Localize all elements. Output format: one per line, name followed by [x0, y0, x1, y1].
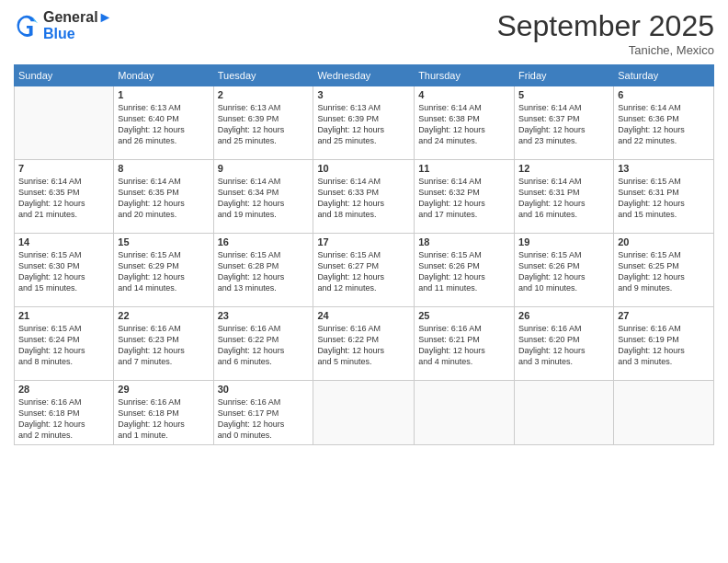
day-info: Sunrise: 6:13 AMSunset: 6:39 PMDaylight:… — [317, 102, 410, 147]
calendar-cell: 4Sunrise: 6:14 AMSunset: 6:38 PMDaylight… — [415, 86, 515, 160]
day-info: Sunrise: 6:16 AMSunset: 6:21 PMDaylight:… — [418, 323, 510, 368]
calendar-cell: 6Sunrise: 6:14 AMSunset: 6:36 PMDaylight… — [614, 86, 714, 160]
calendar-cell: 16Sunrise: 6:15 AMSunset: 6:28 PMDayligh… — [213, 234, 313, 307]
calendar-cell: 22Sunrise: 6:16 AMSunset: 6:23 PMDayligh… — [114, 307, 213, 381]
day-number: 27 — [618, 310, 710, 321]
day-info: Sunrise: 6:16 AMSunset: 6:20 PMDaylight:… — [518, 323, 609, 368]
day-info: Sunrise: 6:15 AMSunset: 6:24 PMDaylight:… — [18, 323, 109, 368]
header: General► Blue September 2025 Taniche, Me… — [14, 9, 714, 57]
calendar-cell: 18Sunrise: 6:15 AMSunset: 6:26 PMDayligh… — [415, 234, 515, 307]
day-info: Sunrise: 6:16 AMSunset: 6:17 PMDaylight:… — [218, 396, 310, 442]
day-number: 26 — [518, 310, 609, 321]
weekday-header: Thursday — [415, 65, 515, 86]
weekday-header: Wednesday — [313, 65, 415, 86]
calendar-cell: 24Sunrise: 6:16 AMSunset: 6:22 PMDayligh… — [313, 307, 415, 381]
calendar-cell: 23Sunrise: 6:16 AMSunset: 6:22 PMDayligh… — [213, 307, 313, 381]
month-title: September 2025 — [496, 9, 714, 43]
day-info: Sunrise: 6:14 AMSunset: 6:37 PMDaylight:… — [518, 102, 609, 147]
day-info: Sunrise: 6:15 AMSunset: 6:29 PMDaylight:… — [118, 249, 209, 294]
weekday-header: Monday — [114, 65, 213, 86]
day-info: Sunrise: 6:15 AMSunset: 6:25 PMDaylight:… — [618, 249, 710, 294]
calendar-cell: 3Sunrise: 6:13 AMSunset: 6:39 PMDaylight… — [313, 86, 415, 160]
day-info: Sunrise: 6:16 AMSunset: 6:18 PMDaylight:… — [118, 396, 209, 442]
day-number: 1 — [118, 89, 209, 100]
calendar-cell — [15, 86, 114, 160]
calendar-cell: 10Sunrise: 6:14 AMSunset: 6:33 PMDayligh… — [313, 160, 415, 234]
weekday-header: Sunday — [15, 65, 114, 86]
day-number: 24 — [317, 310, 410, 321]
calendar-table: SundayMondayTuesdayWednesdayThursdayFrid… — [14, 64, 714, 445]
day-number: 6 — [618, 89, 710, 100]
day-number: 12 — [518, 163, 609, 174]
calendar-cell: 19Sunrise: 6:15 AMSunset: 6:26 PMDayligh… — [515, 234, 614, 307]
calendar-cell: 11Sunrise: 6:14 AMSunset: 6:32 PMDayligh… — [415, 160, 515, 234]
day-info: Sunrise: 6:14 AMSunset: 6:34 PMDaylight:… — [218, 176, 310, 221]
calendar-cell: 27Sunrise: 6:16 AMSunset: 6:19 PMDayligh… — [614, 307, 714, 381]
calendar-cell — [313, 381, 415, 445]
day-number: 30 — [218, 384, 310, 395]
logo-icon — [14, 13, 40, 39]
day-number: 10 — [317, 163, 410, 174]
day-number: 8 — [118, 163, 209, 174]
day-info: Sunrise: 6:13 AMSunset: 6:39 PMDaylight:… — [218, 102, 310, 147]
calendar-cell: 20Sunrise: 6:15 AMSunset: 6:25 PMDayligh… — [614, 234, 714, 307]
day-number: 20 — [618, 236, 710, 247]
day-number: 15 — [118, 236, 209, 247]
day-number: 9 — [218, 163, 310, 174]
page: General► Blue September 2025 Taniche, Me… — [0, 0, 728, 563]
calendar-cell: 1Sunrise: 6:13 AMSunset: 6:40 PMDaylight… — [114, 86, 213, 160]
day-number: 3 — [317, 89, 410, 100]
calendar-cell: 7Sunrise: 6:14 AMSunset: 6:35 PMDaylight… — [15, 160, 114, 234]
calendar-cell: 2Sunrise: 6:13 AMSunset: 6:39 PMDaylight… — [213, 86, 313, 160]
day-number: 18 — [418, 236, 510, 247]
day-number: 5 — [518, 89, 609, 100]
calendar-cell: 13Sunrise: 6:15 AMSunset: 6:31 PMDayligh… — [614, 160, 714, 234]
day-number: 19 — [518, 236, 609, 247]
calendar-cell: 29Sunrise: 6:16 AMSunset: 6:18 PMDayligh… — [114, 381, 213, 445]
day-info: Sunrise: 6:15 AMSunset: 6:31 PMDaylight:… — [618, 176, 710, 221]
calendar-cell — [415, 381, 515, 445]
calendar-cell: 17Sunrise: 6:15 AMSunset: 6:27 PMDayligh… — [313, 234, 415, 307]
weekday-header: Friday — [515, 65, 614, 86]
calendar-cell — [614, 381, 714, 445]
day-info: Sunrise: 6:13 AMSunset: 6:40 PMDaylight:… — [118, 102, 209, 147]
calendar-cell: 12Sunrise: 6:14 AMSunset: 6:31 PMDayligh… — [515, 160, 614, 234]
calendar-cell: 30Sunrise: 6:16 AMSunset: 6:17 PMDayligh… — [213, 381, 313, 445]
weekday-header: Saturday — [614, 65, 714, 86]
day-number: 17 — [317, 236, 410, 247]
day-number: 29 — [118, 384, 209, 395]
day-info: Sunrise: 6:16 AMSunset: 6:22 PMDaylight:… — [317, 323, 410, 368]
day-number: 13 — [618, 163, 710, 174]
day-number: 21 — [18, 310, 109, 321]
day-number: 28 — [18, 384, 109, 395]
day-info: Sunrise: 6:16 AMSunset: 6:23 PMDaylight:… — [118, 323, 209, 368]
day-info: Sunrise: 6:15 AMSunset: 6:30 PMDaylight:… — [18, 249, 109, 294]
day-info: Sunrise: 6:14 AMSunset: 6:36 PMDaylight:… — [618, 102, 710, 147]
day-info: Sunrise: 6:15 AMSunset: 6:26 PMDaylight:… — [518, 249, 609, 294]
day-info: Sunrise: 6:14 AMSunset: 6:38 PMDaylight:… — [418, 102, 510, 147]
logo-text: General► Blue — [43, 9, 112, 42]
calendar-cell: 9Sunrise: 6:14 AMSunset: 6:34 PMDaylight… — [213, 160, 313, 234]
day-info: Sunrise: 6:15 AMSunset: 6:27 PMDaylight:… — [317, 249, 410, 294]
day-number: 11 — [418, 163, 510, 174]
calendar-cell: 26Sunrise: 6:16 AMSunset: 6:20 PMDayligh… — [515, 307, 614, 381]
day-info: Sunrise: 6:14 AMSunset: 6:35 PMDaylight:… — [18, 176, 109, 221]
day-number: 7 — [18, 163, 109, 174]
day-info: Sunrise: 6:16 AMSunset: 6:19 PMDaylight:… — [618, 323, 710, 368]
day-number: 23 — [218, 310, 310, 321]
day-info: Sunrise: 6:16 AMSunset: 6:22 PMDaylight:… — [218, 323, 310, 368]
day-number: 22 — [118, 310, 209, 321]
calendar-cell: 25Sunrise: 6:16 AMSunset: 6:21 PMDayligh… — [415, 307, 515, 381]
calendar-cell: 21Sunrise: 6:15 AMSunset: 6:24 PMDayligh… — [15, 307, 114, 381]
day-number: 14 — [18, 236, 109, 247]
day-number: 2 — [218, 89, 310, 100]
calendar-cell: 15Sunrise: 6:15 AMSunset: 6:29 PMDayligh… — [114, 234, 213, 307]
day-info: Sunrise: 6:16 AMSunset: 6:18 PMDaylight:… — [18, 396, 109, 442]
day-info: Sunrise: 6:15 AMSunset: 6:28 PMDaylight:… — [218, 249, 310, 294]
calendar-cell: 28Sunrise: 6:16 AMSunset: 6:18 PMDayligh… — [15, 381, 114, 445]
weekday-header: Tuesday — [213, 65, 313, 86]
logo: General► Blue — [14, 9, 112, 42]
calendar-cell: 8Sunrise: 6:14 AMSunset: 6:35 PMDaylight… — [114, 160, 213, 234]
day-info: Sunrise: 6:15 AMSunset: 6:26 PMDaylight:… — [418, 249, 510, 294]
day-info: Sunrise: 6:14 AMSunset: 6:32 PMDaylight:… — [418, 176, 510, 221]
